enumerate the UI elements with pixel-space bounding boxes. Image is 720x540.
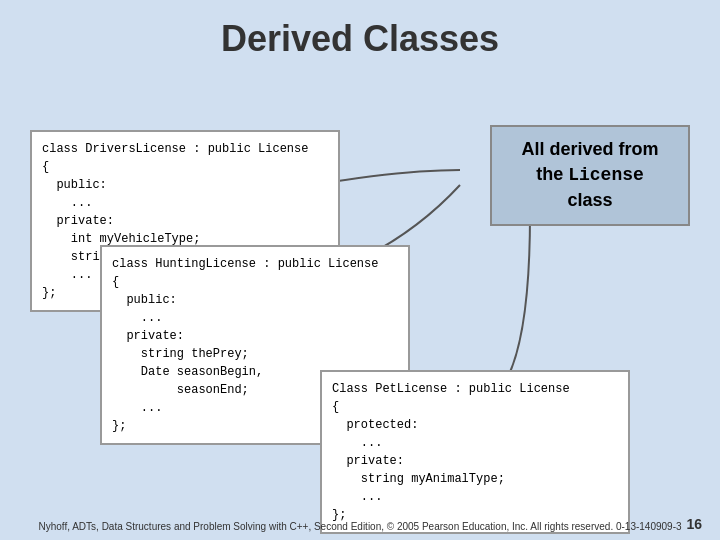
code-line: string myAnimalType; bbox=[332, 470, 618, 488]
callout-line2: the bbox=[536, 164, 568, 184]
code-line: private: bbox=[42, 212, 328, 230]
code-line: string thePrey; bbox=[112, 345, 398, 363]
callout-line1: All derived from bbox=[521, 139, 658, 159]
code-line: ... bbox=[332, 434, 618, 452]
code-line: private: bbox=[332, 452, 618, 470]
page-number: 16 bbox=[686, 516, 702, 532]
content-area: All derived from the License class class… bbox=[0, 70, 720, 530]
code-line: private: bbox=[112, 327, 398, 345]
callout-box: All derived from the License class bbox=[490, 125, 690, 226]
callout-mono: License bbox=[568, 165, 644, 185]
code-line: protected: bbox=[332, 416, 618, 434]
code-line: public: bbox=[42, 176, 328, 194]
slide-title: Derived Classes bbox=[0, 0, 720, 70]
code-line: Class PetLicense : public License bbox=[332, 380, 618, 398]
code-line: { bbox=[42, 158, 328, 176]
code-line: { bbox=[332, 398, 618, 416]
code-line: { bbox=[112, 273, 398, 291]
slide: Derived Classes All derived from the Lic… bbox=[0, 0, 720, 540]
code-box-pet-license: Class PetLicense : public License { prot… bbox=[320, 370, 630, 534]
callout-line3: class bbox=[567, 190, 612, 210]
footer: Nyhoff, ADTs, Data Structures and Proble… bbox=[0, 521, 720, 532]
code-line: ... bbox=[332, 488, 618, 506]
code-line: class DriversLicense : public License bbox=[42, 140, 328, 158]
code-line: public: bbox=[112, 291, 398, 309]
code-line: ... bbox=[112, 309, 398, 327]
code-line: class HuntingLicense : public License bbox=[112, 255, 398, 273]
code-line: ... bbox=[42, 194, 328, 212]
